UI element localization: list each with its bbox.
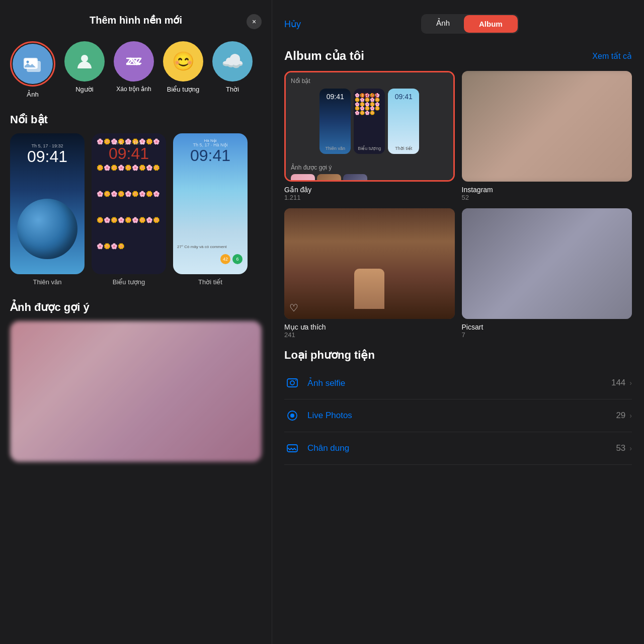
album-info-instagram: Instagram 52: [462, 186, 632, 201]
selected-border: [10, 41, 55, 87]
wallpaper-card-flowers[interactable]: Th 5, 17 · 19:32 09:41 🌸🌼🌸🌼🌸 🌼🌸🌼🌸🌼 🌸🌼🌸🌼🌸…: [92, 133, 166, 286]
svg-point-7: [295, 380, 296, 381]
featured-label: Nổi bật: [291, 77, 448, 85]
wp-time-big-flowers: 09:41: [92, 145, 166, 162]
cloud-icon: ☁️: [221, 51, 244, 72]
album-name-instagram: Instagram: [462, 186, 632, 194]
mini-label-sky: Thời tiết: [388, 146, 419, 151]
icon-item-anh[interactable]: Ảnh: [10, 41, 55, 98]
media-type-selfie[interactable]: Ảnh selfie 144 ›: [284, 367, 632, 399]
hand-image: [284, 208, 455, 319]
section-title-noi-bat: Nổi bật: [0, 108, 272, 133]
album-grid-top: Nổi bật 09:41 Thiên văn 🌸🌼🌸🌼🌸🌼🌸🌼🌸🌼🌸🌼🌸🌼🌸🌼…: [284, 71, 632, 201]
left-header-title: Thêm hình nền mới: [90, 14, 182, 26]
wallpaper-label-sky: Thời tiết: [198, 278, 222, 286]
album-picsart-wrapper: Picsart 7: [462, 208, 632, 339]
chevron-portrait-icon: ›: [629, 444, 632, 452]
right-content: Album của tôi Xem tất cả Nổi bật 09:41 T…: [272, 44, 644, 644]
icon-label-nguoi: Người: [75, 86, 94, 93]
featured-suggested-label: Ảnh được gợi ý: [291, 164, 448, 171]
album-name-picsart: Picsart: [462, 323, 632, 331]
icon-item-thoi[interactable]: ☁️ Thời: [212, 41, 253, 98]
left-panel: Thêm hình nền mới × Ảnh: [0, 0, 272, 644]
icon-label-bieu-tuong: Biểu tượng: [167, 86, 199, 93]
left-header: Thêm hình nền mới ×: [0, 0, 272, 36]
media-type-live-photos[interactable]: Live Photos 29 ›: [284, 399, 632, 432]
svg-point-3: [27, 61, 29, 63]
icon-row: Ảnh Người: [0, 36, 272, 108]
media-type-count-portrait: 53: [616, 443, 625, 453]
album-info-picsart: Picsart 7: [462, 323, 632, 339]
media-type-section: Loại phương tiện Ảnh selfie 144 ›: [284, 349, 632, 465]
album-featured-wrapper: Nổi bật 09:41 Thiên văn 🌸🌼🌸🌼🌸🌼🌸🌼🌸🌼🌸🌼🌸🌼🌸🌼…: [284, 71, 455, 201]
live-photos-icon: [284, 408, 300, 424]
wp-time-big-sky: 09:41: [173, 147, 248, 164]
album-info-favorites: Mục ưa thích 241: [284, 323, 455, 339]
wallpaper-label-earth: Thiên văn: [33, 278, 61, 286]
right-panel: Hủy Ảnh Album Album của tôi Xem tất cả N…: [272, 0, 644, 644]
icon-label-anh: Ảnh: [27, 91, 38, 98]
svg-point-6: [290, 381, 294, 385]
icon-circle-bieu-tuong: 😊: [163, 41, 203, 82]
picsart-blurred: [462, 208, 632, 319]
album-count-favorites: 241: [284, 331, 455, 339]
album-thumb-favorites[interactable]: ♡: [284, 208, 455, 319]
close-button[interactable]: ×: [247, 14, 262, 29]
earth-globe: [17, 199, 77, 259]
album-instagram-wrapper: Instagram 52: [462, 71, 632, 201]
featured-inner: Nổi bật 09:41 Thiên văn 🌸🌼🌸🌼🌸🌼🌸🌼🌸🌼🌸🌼🌸🌼🌸🌼…: [286, 72, 453, 180]
instagram-blurred: [462, 71, 632, 182]
icon-circle-nguoi: [64, 41, 105, 82]
album-section-header: Album của tôi Xem tất cả: [284, 49, 632, 63]
chevron-live-icon: ›: [629, 412, 632, 420]
icon-item-bieu-tuong[interactable]: 😊 Biểu tượng: [163, 41, 203, 98]
wp-time-flowers: Th 5, 17 · 19:32 09:41: [92, 140, 166, 162]
right-header: Hủy Ảnh Album: [272, 0, 644, 44]
featured-phones: 09:41 Thiên văn 🌸🌼🌸🌼🌸🌼🌸🌼🌸🌼🌸🌼🌸🌼🌸🌼🌸🌼🌸🌼🌸🌼🌸🌼…: [291, 89, 448, 159]
wallpaper-label-flowers: Biểu tượng: [113, 278, 145, 286]
wp-time-weather: Th 5, 17 · Hà Nội 09:41: [173, 142, 248, 164]
close-icon: ×: [252, 18, 256, 26]
wallpaper-card-earth[interactable]: Th 5, 17 · 19:32 09:41 Thiên văn: [10, 133, 85, 286]
icon-circle-anh: [13, 44, 53, 84]
media-type-name-portrait: Chân dung: [307, 443, 616, 453]
album-thumb-featured[interactable]: Nổi bật 09:41 Thiên văn 🌸🌼🌸🌼🌸🌼🌸🌼🌸🌼🌸🌼🌸🌼🌸🌼…: [284, 71, 455, 182]
chevron-selfie-icon: ›: [629, 379, 632, 387]
media-type-portrait[interactable]: Chân dung 53 ›: [284, 432, 632, 465]
mini-phone-flowers: 🌸🌼🌸🌼🌸🌼🌸🌼🌸🌼🌸🌼🌸🌼🌸🌼🌸🌼🌸🌼🌸🌼🌸🌼 09:41 Biểu tượn…: [354, 89, 385, 154]
see-all-button[interactable]: Xem tất cả: [592, 51, 632, 61]
album-name-favorites: Mục ưa thích: [284, 323, 455, 331]
person-icon: [73, 50, 96, 72]
media-type-count-selfie: 144: [611, 378, 625, 388]
weather-badges: 42 6: [220, 254, 243, 264]
mini-time-sky: 09:41: [395, 93, 413, 101]
icon-circle-xao-tron: [114, 41, 154, 82]
featured-suggested-row: [291, 174, 448, 182]
album-thumb-picsart[interactable]: [462, 208, 632, 319]
selfie-svg: [286, 376, 299, 389]
svg-point-4: [81, 55, 88, 62]
wallpaper-card-sky[interactable]: Hà Nội Th 5, 17 · Hà Nội 09:41 42 6 27° …: [173, 133, 248, 286]
media-type-count-live: 29: [616, 411, 625, 421]
suggested-image: [10, 321, 262, 462]
mini-flowers: 🌸🌼🌸🌼🌸🌼🌸🌼🌸🌼🌸🌼🌸🌼🌸🌼🌸🌼🌸🌼🌸🌼🌸🌼: [354, 93, 385, 154]
tab-group: Ảnh Album: [421, 14, 518, 34]
album-thumb-instagram[interactable]: [462, 71, 632, 182]
icon-item-nguoi[interactable]: Người: [64, 41, 105, 98]
tab-album[interactable]: Album: [464, 15, 518, 33]
mini-phone-sky: 09:41 Thời tiết: [388, 89, 419, 154]
live-photos-svg: [286, 409, 299, 422]
shuffle-icon: [123, 50, 145, 72]
album-count-picsart: 7: [462, 331, 632, 339]
wallpaper-thumb-earth: Th 5, 17 · 19:32 09:41: [10, 133, 85, 274]
icon-circle-thoi: ☁️: [212, 41, 253, 82]
svg-point-9: [290, 414, 294, 418]
hand-detail: [354, 269, 384, 309]
icon-label-thoi: Thời: [226, 86, 239, 93]
cancel-button[interactable]: Hủy: [284, 19, 301, 30]
album-favorites-wrapper: ♡ Mục ưa thích 241: [284, 208, 455, 339]
icon-item-xao-tron[interactable]: Xáo trộn ảnh: [114, 41, 154, 98]
tab-anh[interactable]: Ảnh: [422, 15, 464, 33]
mini-time-earth: 09:41: [327, 93, 344, 101]
wallpaper-grid: Th 5, 17 · 19:32 09:41 Thiên văn Th 5, 1…: [0, 133, 272, 296]
